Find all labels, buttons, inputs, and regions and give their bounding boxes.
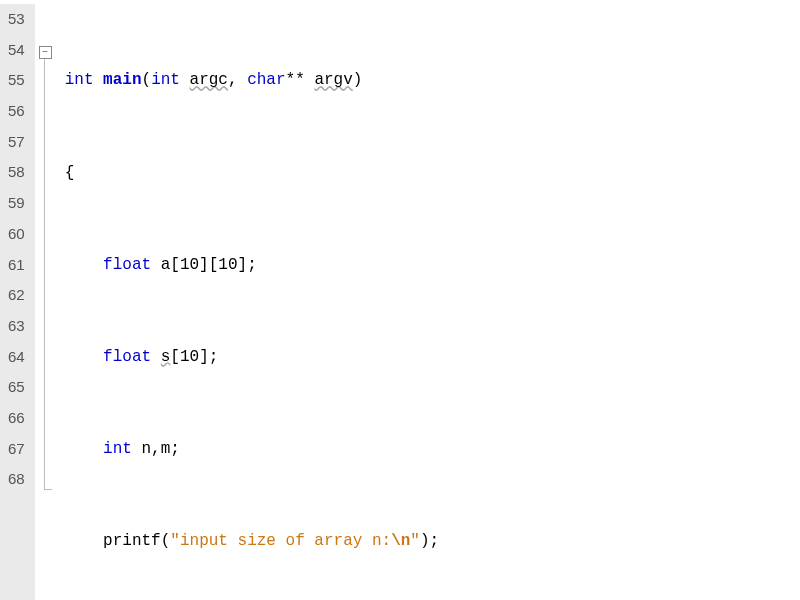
line-number: 53 [8,4,25,35]
line-number: 66 [8,403,25,434]
code-line: float a[10][10]; [65,250,439,281]
string-literal: input size of array n: [180,532,391,550]
fold-guide-line [44,59,45,489]
keyword-float: float [103,348,151,366]
code-area[interactable]: int main(int argc, char** argv) { float … [59,4,439,600]
brace-open: { [65,164,75,182]
decl-a: a[10][10]; [151,256,257,274]
line-number: 64 [8,342,25,373]
line-number: 59 [8,188,25,219]
code-line: printf("input size of array n:\n"); [65,526,439,557]
decl-s-tail: [10]; [170,348,218,366]
param-argc: argc [190,71,228,89]
line-number: 62 [8,280,25,311]
code-editor: 53 54 55 56 57 58 59 60 61 62 63 64 65 6… [0,0,800,600]
keyword-int: int [65,71,94,89]
line-number: 55 [8,65,25,96]
line-number: 67 [8,434,25,465]
code-line: int main(int argc, char** argv) [65,65,439,96]
line-number: 68 [8,464,25,495]
escape-newline: \n [391,532,410,550]
fold-toggle[interactable]: − [39,46,52,59]
line-number: 58 [8,157,25,188]
line-number: 56 [8,96,25,127]
function-main: main [103,71,141,89]
decl-nm: n,m; [132,440,180,458]
code-line: { [65,158,439,189]
keyword-int: int [103,440,132,458]
code-line: int n,m; [65,434,439,465]
keyword-int: int [151,71,180,89]
var-s: s [161,348,171,366]
param-argv: argv [314,71,352,89]
line-number: 61 [8,250,25,281]
fn-printf: printf [103,532,161,550]
line-number: 65 [8,372,25,403]
line-number: 60 [8,219,25,250]
fold-column: − [35,4,59,600]
line-number: 57 [8,127,25,158]
code-line: float s[10]; [65,342,439,373]
line-number-gutter: 53 54 55 56 57 58 59 60 61 62 63 64 65 6… [0,4,35,600]
line-number: 63 [8,311,25,342]
fold-guide-end [44,489,52,490]
keyword-float: float [103,256,151,274]
keyword-char: char [247,71,285,89]
line-number: 54 [8,35,25,66]
